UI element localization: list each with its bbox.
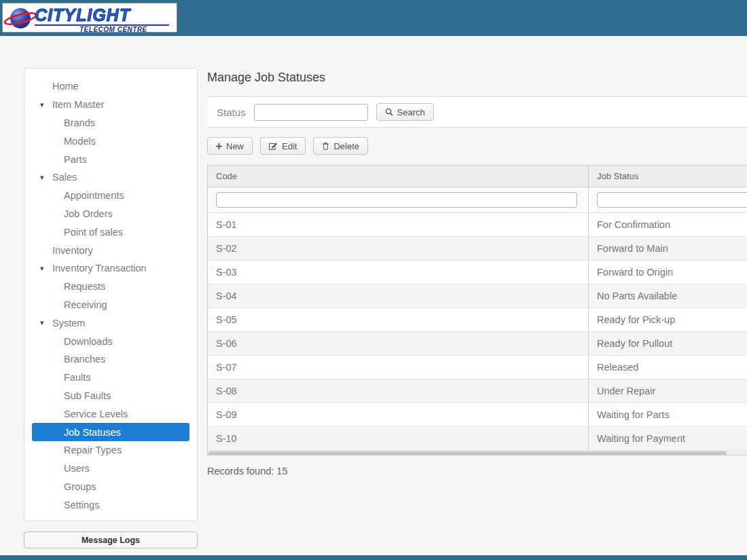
- sidebar-item-parts[interactable]: Parts: [24, 150, 197, 168]
- sidebar-item-label: Branches: [64, 354, 105, 365]
- sidebar-item-inventory-transaction[interactable]: ▾Inventory Transaction: [24, 259, 197, 278]
- job-status-cell: Waiting for Parts: [588, 403, 747, 426]
- new-button[interactable]: New: [207, 137, 253, 155]
- brand-name: CITYLIGHT: [35, 5, 130, 25]
- sidebar-item-label: Point of sales: [64, 227, 123, 238]
- sidebar-item-users[interactable]: Users: [24, 460, 197, 478]
- page-title: Manage Job Statuses: [207, 71, 325, 85]
- column-header-code[interactable]: Code: [208, 166, 588, 187]
- job-status-cell: Under Repair: [588, 379, 747, 403]
- sidebar-item-item-master[interactable]: ▾Item Master: [24, 96, 197, 114]
- magnifier-icon: [385, 108, 393, 116]
- code-cell: S-10: [208, 427, 588, 450]
- sidebar-item-label: Sales: [52, 172, 77, 183]
- table-row[interactable]: S-06Ready for Pullout: [208, 332, 747, 356]
- code-filter-input[interactable]: [216, 192, 577, 208]
- sidebar-item-faults[interactable]: Faults: [24, 369, 197, 387]
- sidebar-item-service-levels[interactable]: Service Levels: [24, 405, 197, 423]
- sidebar-item-label: Receiving: [64, 299, 107, 310]
- sidebar-item-label: Repair Types: [64, 445, 122, 455]
- sidebar-item-branches[interactable]: Branches: [24, 350, 197, 369]
- code-cell: S-05: [208, 308, 588, 331]
- sidebar-item-label: Users: [64, 463, 90, 474]
- code-cell: S-04: [208, 284, 588, 307]
- table-row[interactable]: S-07Released: [208, 356, 747, 379]
- brand-tagline: TELECOM CENTRE: [79, 26, 147, 33]
- table-row[interactable]: S-03Forward to Origin: [208, 261, 747, 284]
- table-row[interactable]: S-08Under Repair: [208, 379, 747, 403]
- plus-icon: [216, 143, 222, 149]
- filter-cell: [588, 187, 747, 212]
- sidebar-item-repair-types[interactable]: Repair Types: [24, 441, 197, 460]
- edit-button-label: Edit: [282, 141, 297, 151]
- caret-down-icon: ▾: [40, 100, 52, 109]
- delete-button-label: Delete: [333, 141, 359, 151]
- sidebar-item-label: Models: [64, 136, 96, 147]
- sidebar-item-requests[interactable]: Requests: [24, 278, 197, 296]
- sidebar-item-label: Home: [52, 81, 79, 92]
- job-status-cell: For Confirmation: [588, 213, 747, 236]
- scrollbar-thumb[interactable]: [208, 451, 727, 455]
- sidebar-item-label: Job Statuses: [64, 427, 121, 438]
- delete-button[interactable]: Delete: [313, 137, 368, 155]
- code-cell: S-06: [208, 332, 588, 355]
- sidebar-item-label: Sub Faults: [64, 390, 111, 401]
- sidebar-item-job-statuses[interactable]: Job Statuses: [32, 423, 189, 441]
- caret-down-icon: ▾: [40, 173, 52, 182]
- sidebar-item-label: Appointments: [64, 190, 124, 201]
- sidebar-item-models[interactable]: Models: [24, 132, 197, 150]
- sidebar-item-sub-faults[interactable]: Sub Faults: [24, 387, 197, 405]
- sidebar-item-system[interactable]: ▾System: [24, 314, 197, 332]
- sidebar-item-label: Groups: [64, 481, 96, 492]
- sidebar-item-label: Job Orders: [64, 208, 113, 219]
- sidebar-item-label: Settings: [64, 500, 99, 510]
- job-status-cell: Forward to Main: [588, 237, 747, 260]
- pencil-icon: [269, 142, 278, 150]
- sidebar-item-inventory[interactable]: Inventory: [24, 241, 197, 259]
- job-statuses-grid: Code Job Status S-01For Confirmation S-0…: [207, 165, 747, 455]
- search-panel: Status Search: [207, 96, 747, 128]
- sidebar-item-point-of-sales[interactable]: Point of sales: [24, 223, 197, 241]
- code-cell: S-01: [208, 213, 588, 236]
- caret-down-icon: ▾: [40, 264, 52, 273]
- horizontal-scrollbar[interactable]: [208, 451, 747, 455]
- sidebar-item-sales[interactable]: ▾Sales: [24, 168, 197, 187]
- sidebar-item-label: Inventory: [52, 245, 93, 256]
- column-header-job-status[interactable]: Job Status: [588, 166, 747, 187]
- code-cell: S-08: [208, 379, 588, 403]
- job-status-cell: Ready for Pick-up: [588, 308, 747, 331]
- job-status-filter-input[interactable]: [597, 192, 747, 208]
- table-row[interactable]: S-01For Confirmation: [208, 213, 747, 237]
- job-status-cell: No Parts Available: [588, 284, 747, 307]
- code-cell: S-03: [208, 261, 588, 284]
- sidebar-item-label: System: [52, 318, 85, 329]
- sidebar-item-appointments[interactable]: Appointments: [24, 187, 197, 205]
- trash-icon: [322, 142, 329, 150]
- table-row[interactable]: S-04No Parts Available: [208, 284, 747, 308]
- job-status-cell: Ready for Pullout: [588, 332, 747, 355]
- sidebar-item-downloads[interactable]: Downloads: [24, 332, 197, 350]
- table-row[interactable]: S-10Waiting for Payment: [208, 427, 747, 451]
- table-row[interactable]: S-09Waiting for Parts: [208, 403, 747, 427]
- table-row[interactable]: S-02Forward to Main: [208, 237, 747, 261]
- message-logs-button[interactable]: Message Logs: [24, 531, 198, 548]
- sidebar-item-home[interactable]: Home: [24, 77, 197, 96]
- grid-header-row: Code Job Status: [208, 166, 747, 187]
- search-button[interactable]: Search: [376, 103, 434, 121]
- status-search-input[interactable]: [254, 104, 368, 121]
- records-found-text: Records found: 15: [207, 466, 288, 477]
- sidebar-item-receiving[interactable]: Receiving: [24, 296, 197, 314]
- brand-logo[interactable]: CITYLIGHT TELECOM CENTRE: [2, 3, 177, 33]
- sidebar-item-label: Parts: [64, 154, 87, 165]
- sidebar-item-groups[interactable]: Groups: [24, 478, 197, 496]
- sidebar-item-settings[interactable]: Settings: [24, 496, 197, 514]
- edit-button[interactable]: Edit: [260, 137, 306, 155]
- sidebar-item-job-orders[interactable]: Job Orders: [24, 205, 197, 223]
- code-cell: S-02: [208, 237, 588, 260]
- job-status-cell: Released: [588, 356, 747, 379]
- sidebar-item-label: Item Master: [52, 99, 105, 110]
- sidebar-nav: Home ▾Item Master Brands Models Parts ▾S…: [24, 68, 198, 521]
- sidebar-item-brands[interactable]: Brands: [24, 114, 197, 132]
- code-cell: S-07: [208, 356, 588, 379]
- table-row[interactable]: S-05Ready for Pick-up: [208, 308, 747, 332]
